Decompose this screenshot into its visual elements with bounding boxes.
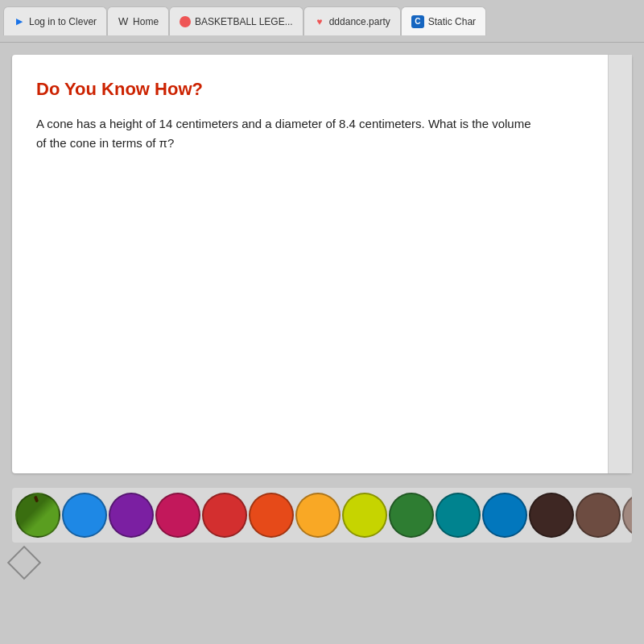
clever-icon: ▶ [14, 16, 25, 27]
tab-static-label: Static Char [428, 16, 476, 27]
tab-home[interactable]: W Home [107, 6, 169, 35]
browser-content: Do You Know How? A cone has a height of … [0, 43, 644, 644]
palette-toolbar [12, 488, 632, 543]
section-title: Do You Know How? [36, 79, 608, 100]
diamond-icon[interactable] [7, 546, 41, 580]
palette-apple[interactable] [15, 493, 60, 538]
palette-blue[interactable] [62, 493, 107, 538]
palette-orange[interactable] [249, 493, 294, 538]
question-text: A cone has a height of 14 centimeters an… [36, 114, 535, 153]
palette-purple[interactable] [109, 493, 154, 538]
basketball-icon [180, 16, 191, 27]
palette-tan[interactable] [622, 493, 632, 538]
tab-clever-label: Log in to Clever [29, 16, 97, 27]
tab-basketball[interactable]: BASKETBALL LEGE... [169, 6, 303, 35]
tab-bar: ▶ Log in to Clever W Home BASKETBALL LEG… [0, 0, 644, 43]
palette-dark-brown[interactable] [529, 493, 574, 538]
palette-yellow-orange[interactable] [295, 493, 341, 538]
palette-red[interactable] [202, 493, 247, 538]
static-icon: C [411, 15, 424, 28]
tab-home-label: Home [133, 16, 159, 27]
page-area: Do You Know How? A cone has a height of … [12, 55, 632, 473]
tab-static[interactable]: C Static Char [401, 6, 486, 35]
palette-green[interactable] [389, 493, 434, 538]
palette-yellow-green[interactable] [342, 493, 387, 538]
bottom-area [12, 543, 632, 583]
palette-brown[interactable] [576, 493, 621, 538]
palette-teal[interactable] [436, 493, 481, 538]
right-panel [608, 55, 632, 473]
palette-sky-blue[interactable] [482, 493, 527, 538]
tab-dance-label: dddance.party [329, 16, 390, 27]
heart-icon: ♥ [314, 16, 325, 27]
palette-magenta[interactable] [155, 493, 200, 538]
tab-dance[interactable]: ♥ dddance.party [303, 6, 401, 35]
tab-basketball-label: BASKETBALL LEGE... [195, 16, 293, 27]
wiki-icon: W [118, 16, 129, 27]
tab-clever[interactable]: ▶ Log in to Clever [3, 6, 107, 35]
